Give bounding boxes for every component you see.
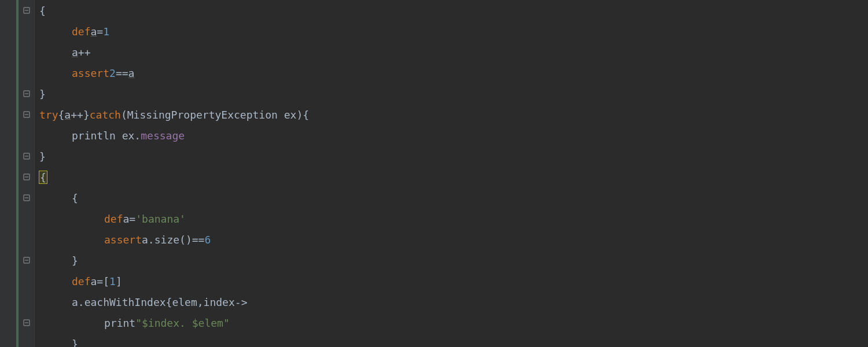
- gutter-row: [0, 21, 34, 42]
- code-line[interactable]: }: [39, 146, 868, 167]
- code-line[interactable]: a++: [39, 42, 868, 62]
- gutter-row: [0, 187, 34, 208]
- gutter-row: [0, 0, 34, 21]
- fold-collapse-icon[interactable]: [23, 6, 31, 14]
- code-line[interactable]: assert a.size() == 6: [39, 229, 868, 250]
- gutter-row: [0, 104, 34, 125]
- code-line[interactable]: }: [39, 333, 868, 347]
- fold-end-icon[interactable]: [23, 256, 31, 264]
- code-line[interactable]: def a = 1: [39, 21, 868, 42]
- code-line[interactable]: }: [39, 250, 868, 271]
- code-line[interactable]: println ex.message: [39, 125, 868, 146]
- fold-collapse-icon[interactable]: [23, 110, 31, 119]
- code-line[interactable]: {: [39, 167, 868, 187]
- code-line[interactable]: assert 2 == a: [39, 62, 868, 83]
- gutter-row: [0, 146, 34, 167]
- gutter-row: [0, 208, 34, 229]
- code-line[interactable]: def a = [1]: [39, 271, 868, 291]
- code-line[interactable]: def a = 'banana': [39, 208, 868, 229]
- code-line[interactable]: a.eachWithIndex { elem, index ->: [39, 291, 868, 312]
- fold-collapse-icon[interactable]: [23, 194, 31, 202]
- gutter-row: [0, 62, 34, 83]
- gutter-row: [0, 83, 34, 104]
- gutter-row: [0, 333, 34, 347]
- gutter-row: [0, 312, 34, 333]
- editor-gutter: [0, 0, 35, 347]
- fold-end-icon[interactable]: [23, 152, 31, 160]
- gutter-row: [0, 291, 34, 312]
- gutter-row: [0, 42, 34, 62]
- code-line[interactable]: {: [39, 187, 868, 208]
- fold-collapse-icon[interactable]: [23, 319, 31, 327]
- gutter-row: [0, 250, 34, 271]
- code-area[interactable]: {def a = 1a++assert 2 == a}try {a++} cat…: [35, 0, 868, 347]
- fold-end-icon[interactable]: [23, 90, 31, 98]
- code-line[interactable]: try {a++} catch(MissingPropertyException…: [39, 104, 868, 125]
- code-line[interactable]: }: [39, 83, 868, 104]
- gutter-row: [0, 167, 34, 187]
- code-line[interactable]: print "$index. $elem": [39, 312, 868, 333]
- fold-collapse-icon[interactable]: [23, 173, 31, 181]
- gutter-row: [0, 125, 34, 146]
- gutter-row: [0, 229, 34, 250]
- code-editor[interactable]: {def a = 1a++assert 2 == a}try {a++} cat…: [0, 0, 868, 347]
- code-line[interactable]: {: [39, 0, 868, 21]
- gutter-row: [0, 271, 34, 291]
